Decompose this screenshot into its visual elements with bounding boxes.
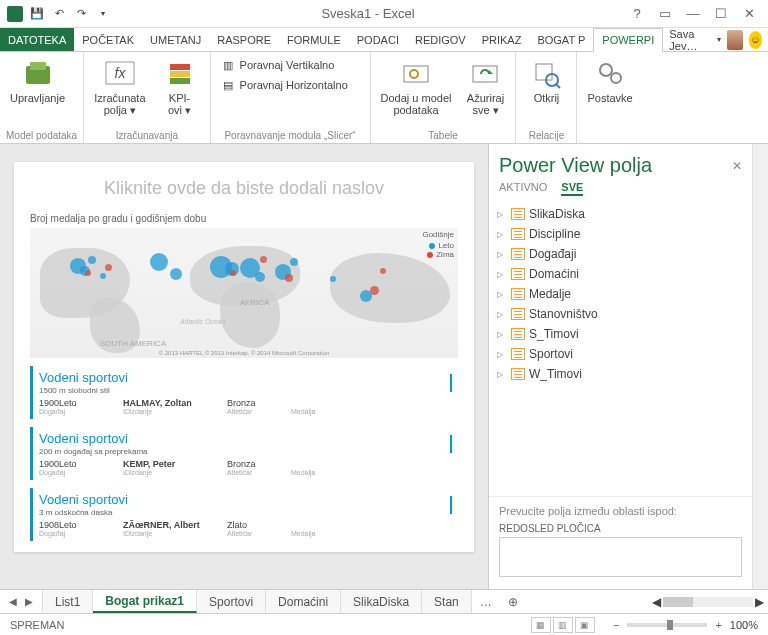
expand-icon[interactable]: ▷ [497,250,507,259]
sheet-tab[interactable]: SlikaDiska [341,590,422,613]
horizontal-scrollbar[interactable]: ◀ ▶ [648,590,768,613]
new-sheet-icon[interactable]: ⊕ [500,590,526,613]
expand-icon[interactable]: ▷ [497,350,507,359]
field-table-item[interactable]: ▷Sportovi [495,344,746,364]
tab-formulas[interactable]: FORMULE [279,28,349,51]
subtab-all[interactable]: SVE [561,181,583,196]
manage-button[interactable]: Upravljanje [6,56,69,106]
tab-home[interactable]: POČETAK [74,28,142,51]
expand-icon[interactable]: ▷ [497,310,507,319]
report-title-placeholder[interactable]: Kliknite ovde da biste dodali naslov [30,178,458,199]
ribbon-display-icon[interactable]: ▭ [652,4,678,24]
map-chart[interactable]: Godišnje Leto Zima © 2013 HARTEL © 2013 … [30,228,458,358]
sheet-nav-prev-icon[interactable]: ◀ [6,596,20,607]
sheet-tab[interactable]: Stan [422,590,472,613]
zoom-level[interactable]: 100% [730,619,758,631]
sheet-tab[interactable]: Domaćini [266,590,341,613]
tab-view[interactable]: PRIKAZ [474,28,530,51]
field-table-item[interactable]: ▷Događaji [495,244,746,264]
subtab-active[interactable]: AKTIVNO [499,181,547,196]
view-page-icon[interactable]: ▥ [553,617,573,633]
report-canvas[interactable]: Kliknite ovde da biste dodali naslov Bro… [0,144,488,589]
field-table-item[interactable]: ▷Discipline [495,224,746,244]
map-bubble[interactable] [370,286,379,295]
field-table-item[interactable]: ▷Stanovništvo [495,304,746,324]
hscroll-left-icon[interactable]: ◀ [652,595,661,609]
add-to-model-button[interactable]: Dodaj u model podataka [377,56,456,118]
undo-icon[interactable]: ↶ [50,5,68,23]
field-table-item[interactable]: ▷Medalje [495,284,746,304]
save-icon[interactable]: 💾 [28,5,46,23]
map-bubble[interactable] [150,253,168,271]
expand-icon[interactable]: ▷ [497,370,507,379]
zoom-slider[interactable] [627,623,707,627]
tile-col-labels: DogađajIDizdanjeAtletičarMedalja [39,530,452,537]
tab-file[interactable]: DATOTEKA [0,28,74,51]
field-table-item[interactable]: ▷W_Timovi [495,364,746,384]
view-break-icon[interactable]: ▣ [575,617,595,633]
map-bubble[interactable] [105,264,112,271]
refresh-all-button[interactable]: Ažuriraj sve ▾ [461,56,509,118]
expand-icon[interactable]: ▷ [497,270,507,279]
settings-button[interactable]: Postavke [583,56,636,106]
field-table-item[interactable]: ▷Domaćini [495,264,746,284]
maximize-icon[interactable]: ☐ [708,4,734,24]
qat-customize-icon[interactable]: ▾ [94,5,112,23]
expand-icon[interactable]: ▷ [497,230,507,239]
group-data-model: Upravljanje Model podataka [0,52,84,143]
report-tile[interactable]: Vodeni sportovi3 m odskočna daska1908Let… [30,488,458,541]
align-vertical-button[interactable]: ▥Poravnaj Vertikalno [217,56,351,74]
sheet-tab[interactable]: Sportovi [197,590,266,613]
calc-fields-button[interactable]: fx Izračunata polja ▾ [90,56,149,118]
tab-insert[interactable]: UMETANJ [142,28,209,51]
map-bubble[interactable] [380,268,386,274]
tile-order-well[interactable] [499,537,742,577]
sheet-tab[interactable]: Bogat prikaz1 [93,590,197,613]
redo-icon[interactable]: ↷ [72,5,90,23]
help-icon[interactable]: ? [624,4,650,24]
map-bubble[interactable] [85,270,91,276]
zoom-out-icon[interactable]: − [611,619,621,631]
field-table-item[interactable]: ▷SlikaDiska [495,204,746,224]
expand-icon[interactable]: ▷ [497,330,507,339]
field-table-item[interactable]: ▷S_Timovi [495,324,746,344]
map-bubble[interactable] [285,274,293,282]
sheet-tab[interactable]: List1 [43,590,93,613]
gear-icon [594,58,626,90]
map-bubble[interactable] [170,268,182,280]
pane-close-icon[interactable]: ✕ [732,159,742,173]
detect-button[interactable]: Otkrij [522,56,570,106]
tab-review[interactable]: REDIGOV [407,28,474,51]
map-bubble[interactable] [290,258,298,266]
map-bubble[interactable] [100,273,106,279]
tab-powerpivot[interactable]: POWERPI [593,28,663,52]
feedback-icon[interactable]: ☺ [749,31,763,49]
zoom-in-icon[interactable]: + [713,619,723,631]
expand-icon[interactable]: ▷ [497,210,507,219]
sheet-nav-next-icon[interactable]: ▶ [22,596,36,607]
account-area[interactable]: Sava Jev… ▾ ☺ [663,28,768,51]
map-bubble[interactable] [330,276,336,282]
ribbon-tabs: DATOTEKA POČETAK UMETANJ RASPORE FORMULE… [0,28,768,52]
map-bubble[interactable] [260,256,267,263]
hscroll-right-icon[interactable]: ▶ [755,595,764,609]
svg-point-14 [611,73,621,83]
tab-powerview[interactable]: BOGAT P [529,28,593,51]
expand-icon[interactable]: ▷ [497,290,507,299]
view-normal-icon[interactable]: ▦ [531,617,551,633]
report-tile[interactable]: Vodeni sportovi200 m događaj sa prepreka… [30,427,458,480]
map-credits: © 2013 HARTEL © 2013 Interkap, © 2014 Mi… [159,350,330,356]
map-bubble[interactable] [230,270,236,276]
close-icon[interactable]: ✕ [736,4,762,24]
vertical-scrollbar[interactable] [752,144,768,589]
report-tile[interactable]: Vodeni sportovi1500 m slobodni stil1900L… [30,366,458,419]
minimize-icon[interactable]: — [680,4,706,24]
sheet-more[interactable]: … [472,590,500,613]
align-horizontal-button[interactable]: ▤Poravnaj Horizontalno [217,76,351,94]
app-icon[interactable] [6,5,24,23]
tab-layout[interactable]: RASPORE [209,28,279,51]
map-bubble[interactable] [88,256,96,264]
map-bubble[interactable] [255,272,265,282]
kpi-button[interactable]: KPI- ovi ▾ [156,56,204,118]
tab-data[interactable]: PODACI [349,28,407,51]
